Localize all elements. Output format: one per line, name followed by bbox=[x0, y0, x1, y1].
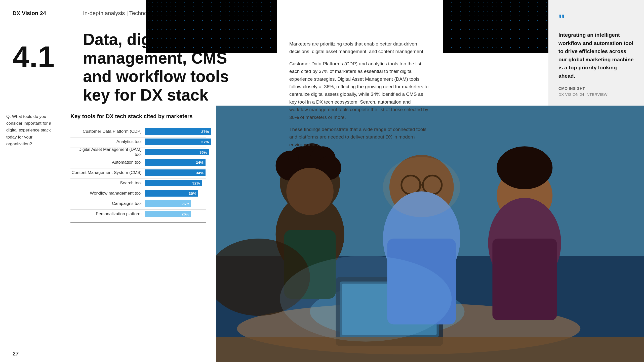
bar-wrapper: 32% bbox=[145, 180, 206, 186]
chart-bar-row: Automation tool34% bbox=[70, 158, 206, 167]
bar-fill: 26% bbox=[145, 211, 191, 217]
page-number: 27 bbox=[13, 350, 19, 357]
brand-label: DX Vision 24 bbox=[13, 10, 46, 17]
chart-bottom-line bbox=[70, 222, 206, 222]
chart-area: Key tools for DX tech stack cited by mar… bbox=[60, 106, 216, 362]
bar-label: Workflow management tool bbox=[70, 191, 145, 196]
section-number: 4.1 bbox=[13, 42, 58, 72]
bar-label: Digital Asset Management (DAM) tool bbox=[70, 147, 145, 157]
bar-label: Personalization platform bbox=[70, 211, 145, 216]
svg-point-25 bbox=[497, 146, 553, 189]
bar-value: 30% bbox=[189, 191, 196, 196]
bar-fill: 37% bbox=[145, 139, 211, 145]
bar-chart: Customer Data Platform (CDP)37%Analytics… bbox=[70, 127, 206, 220]
bar-wrapper: 26% bbox=[145, 200, 206, 207]
top-left-area: DX Vision 24 4.1 bbox=[0, 0, 70, 106]
bar-wrapper: 30% bbox=[145, 190, 206, 197]
chart-bar-row: Digital Asset Management (DAM) tool36% bbox=[70, 148, 206, 156]
top-band: DX Vision 24 4.1 In-depth analysis | Tec… bbox=[0, 0, 644, 106]
svg-rect-27 bbox=[492, 239, 557, 320]
svg-rect-29 bbox=[216, 337, 644, 362]
bar-value: 34% bbox=[196, 160, 204, 165]
bar-value: 32% bbox=[192, 181, 200, 185]
svg-point-31 bbox=[280, 256, 452, 341]
top-content-area: Marketers are prioritizing tools that en… bbox=[277, 0, 443, 106]
bar-wrapper: 37% bbox=[145, 139, 211, 145]
body-text-3: These findings demonstrate that a wide r… bbox=[289, 126, 430, 149]
bar-fill: 26% bbox=[145, 200, 191, 207]
photo-section bbox=[216, 106, 644, 362]
bar-label: Customer Data Platform (CDP) bbox=[70, 129, 145, 134]
top-meta: DX Vision 24 bbox=[13, 10, 58, 17]
bar-fill: 37% bbox=[145, 128, 211, 135]
page-root: DX Vision 24 4.1 In-depth analysis | Tec… bbox=[0, 0, 644, 362]
bar-value: 26% bbox=[182, 212, 189, 216]
bar-label: Campaigns tool bbox=[70, 201, 145, 206]
question-text: Q: What tools do you consider important … bbox=[6, 113, 54, 147]
bar-value: 37% bbox=[201, 129, 209, 134]
bar-value: 37% bbox=[201, 140, 209, 144]
bar-label: Content Management System (CMS) bbox=[70, 170, 145, 175]
chart-bar-row: Workflow management tool30% bbox=[70, 189, 206, 198]
bar-value: 34% bbox=[196, 171, 204, 175]
quote-source-sub: DX VISION 24 INTERVIEW bbox=[558, 92, 634, 98]
chart-bar-row: Analytics tool37% bbox=[70, 138, 206, 146]
bar-fill: 36% bbox=[145, 149, 209, 155]
bar-wrapper: 34% bbox=[145, 169, 206, 176]
bar-wrapper: 26% bbox=[145, 211, 206, 217]
photo-image bbox=[216, 106, 644, 362]
svg-point-15 bbox=[286, 168, 334, 215]
bar-fill: 32% bbox=[145, 180, 202, 186]
quote-icon: " bbox=[558, 13, 634, 26]
quote-source-label: CMO INSIGHT bbox=[558, 85, 634, 92]
quote-sidebar: " Integrating an intelligent workflow an… bbox=[548, 0, 644, 106]
body-text-1: Marketers are prioritizing tools that en… bbox=[289, 40, 430, 56]
chart-bar-row: Customer Data Platform (CDP)37% bbox=[70, 127, 206, 136]
bar-wrapper: 37% bbox=[145, 128, 211, 135]
bar-fill: 30% bbox=[145, 190, 198, 197]
bar-value: 36% bbox=[199, 150, 207, 154]
bar-wrapper: 34% bbox=[145, 159, 206, 166]
chart-bar-row: Personalization platform26% bbox=[70, 210, 206, 218]
svg-point-30 bbox=[383, 157, 460, 217]
chart-bar-row: Campaigns tool26% bbox=[70, 199, 206, 208]
bar-wrapper: 36% bbox=[145, 149, 209, 155]
bar-fill: 34% bbox=[145, 159, 206, 166]
chart-title: Key tools for DX tech stack cited by mar… bbox=[70, 113, 206, 120]
quote-text: Integrating an intelligent workflow and … bbox=[558, 31, 634, 80]
bar-label: Search tool bbox=[70, 180, 145, 186]
chart-bar-row: Search tool32% bbox=[70, 179, 206, 187]
bar-label: Analytics tool bbox=[70, 139, 145, 144]
quote-source: CMO INSIGHT DX VISION 24 INTERVIEW bbox=[558, 85, 634, 98]
bar-label: Automation tool bbox=[70, 160, 145, 165]
chart-bar-row: Content Management System (CMS)34% bbox=[70, 168, 206, 177]
bar-fill: 34% bbox=[145, 169, 206, 176]
bar-value: 26% bbox=[182, 202, 189, 206]
question-sidebar: Q: What tools do you consider important … bbox=[0, 106, 60, 362]
body-text-2: Customer Data Platforms (CDP) and analyt… bbox=[289, 60, 430, 121]
